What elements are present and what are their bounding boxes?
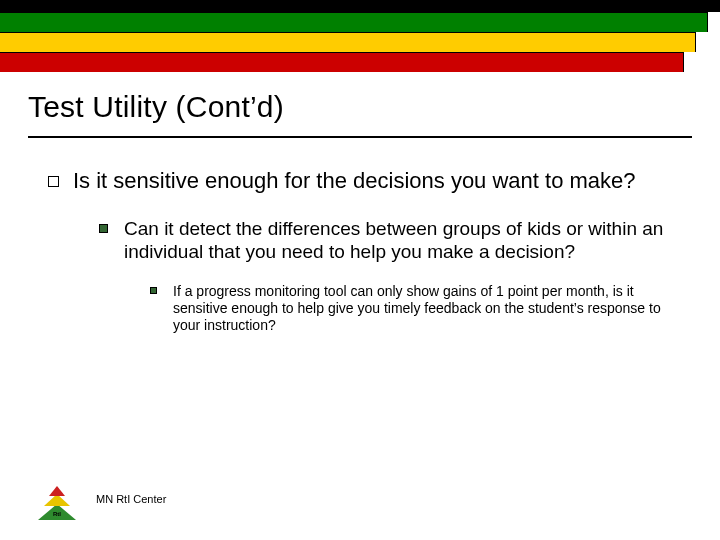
content-area: Is it sensitive enough for the decisions… [0, 138, 720, 334]
bar-yellow [0, 32, 696, 52]
list-item-lvl2: Can it detect the differences between gr… [99, 217, 680, 335]
footer: RtI MN RtI Center [38, 478, 166, 520]
lvl2-body: Can it detect the differences between gr… [124, 217, 680, 335]
logo-label: RtI [53, 511, 61, 517]
logo-tier-red [49, 486, 65, 496]
lvl1-text: Is it sensitive enough for the decisions… [73, 168, 680, 195]
bar-red [0, 52, 684, 72]
lvl1-body: Is it sensitive enough for the decisions… [73, 168, 680, 334]
footer-text: MN RtI Center [96, 493, 166, 505]
lvl2-text: Can it detect the differences between gr… [124, 217, 680, 263]
slide-title: Test Utility (Cont’d) [28, 90, 692, 124]
lvl3-text: If a progress monitoring tool can only s… [173, 283, 680, 334]
bar-black [0, 0, 720, 12]
logo-triangle-icon: RtI [38, 478, 76, 520]
square-outline-bullet-icon [48, 176, 59, 187]
title-area: Test Utility (Cont’d) [0, 72, 720, 130]
square-outline-small-bullet-icon [150, 287, 157, 294]
header-bars [0, 0, 720, 72]
list-item-lvl3: If a progress monitoring tool can only s… [150, 283, 680, 334]
bar-green [0, 12, 708, 32]
square-solid-bullet-icon [99, 224, 108, 233]
list-item-lvl1: Is it sensitive enough for the decisions… [48, 168, 680, 334]
